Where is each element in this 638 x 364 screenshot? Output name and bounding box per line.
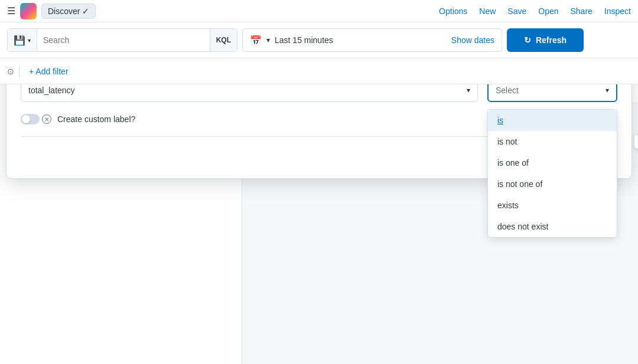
operator-chevron-icon: ▾ <box>606 86 609 94</box>
search-row: 💾 ▾ KQL 📅 ▾ Last 15 minutes Show dates ↻… <box>0 22 638 58</box>
operator-select-placeholder: Select <box>496 86 606 95</box>
discover-label: Discover <box>48 6 80 16</box>
hamburger-icon[interactable]: ☰ <box>7 5 15 17</box>
inspect-link[interactable]: Inspect <box>604 6 631 16</box>
time-range-text: Last 15 minutes <box>275 35 447 45</box>
operator-option-is-one-of-label: is one of <box>497 158 529 168</box>
save-link[interactable]: Save <box>507 6 526 16</box>
operator-option-is-not-one-of[interactable]: is not one of <box>488 173 617 195</box>
toggle-container: ✕ <box>21 114 51 124</box>
refresh-label: Refresh <box>536 35 567 45</box>
save-icon: 💾 <box>14 35 25 46</box>
operator-option-is-not-label: is not <box>497 137 517 146</box>
operator-option-exists-label: exists <box>497 201 519 210</box>
operator-section: Operator Select ▾ is is not is <box>487 84 617 102</box>
filter-row: ⊙ + Add filter <box>0 58 638 84</box>
field-select-chevron-icon: ▾ <box>467 86 470 94</box>
custom-label-toggle[interactable] <box>21 114 40 124</box>
toggle-close-icon[interactable]: ✕ <box>42 114 51 124</box>
refresh-icon: ↻ <box>524 35 531 45</box>
operator-option-is[interactable]: is <box>488 110 617 131</box>
operator-option-does-not-exist[interactable]: does not exist <box>488 216 617 237</box>
modal-body: Field total_latency ▾ ✕ Create c <box>21 84 617 124</box>
main-area: t @timestamp t agent.ephemeral_id t agen… <box>0 84 638 364</box>
time-picker-chevron-icon: ▾ <box>266 36 270 44</box>
top-nav: ☰ Discover ✓ Options New Save Open Share… <box>0 0 638 22</box>
add-filter-button[interactable]: + Add filter <box>24 64 73 78</box>
operator-option-is-not-one-of-label: is not one of <box>497 179 542 189</box>
refresh-button[interactable]: ↻ Refresh <box>507 28 584 52</box>
search-input[interactable] <box>37 35 210 45</box>
operator-option-exists[interactable]: exists <box>488 195 617 216</box>
open-link[interactable]: Open <box>538 6 558 16</box>
nav-links: Options New Save Open Share Inspect <box>439 6 631 16</box>
edit-filter-modal: Edit filter Edit as Query DSL Field tota… <box>6 84 632 179</box>
field-select[interactable]: total_latency ▾ <box>21 84 478 102</box>
search-save-button[interactable]: 💾 ▾ <box>8 29 37 51</box>
field-section: Field total_latency ▾ ✕ Create c <box>21 84 478 124</box>
search-box: 💾 ▾ KQL <box>7 28 237 52</box>
operator-option-is-not[interactable]: is not is <box>488 131 617 152</box>
filter-icon[interactable]: ⊙ <box>7 67 14 76</box>
operator-select[interactable]: Select ▾ <box>487 84 617 102</box>
discover-button[interactable]: Discover ✓ <box>41 4 96 19</box>
new-link[interactable]: New <box>479 6 496 16</box>
field-select-value: total_latency <box>28 86 467 95</box>
filter-divider <box>19 65 19 77</box>
share-link[interactable]: Share <box>571 6 593 16</box>
custom-label-text: Create custom label? <box>57 114 135 124</box>
save-chevron-icon: ▾ <box>28 37 31 44</box>
custom-label-row: ✕ Create custom label? <box>21 114 478 124</box>
operator-tooltip: is <box>634 135 638 149</box>
app-logo <box>20 3 37 19</box>
operator-dropdown: is is not is is one of is not one of <box>487 109 617 238</box>
operator-option-is-one-of[interactable]: is one of <box>488 152 617 173</box>
show-dates-link[interactable]: Show dates <box>451 35 494 45</box>
operator-option-does-not-exist-label: does not exist <box>497 222 548 231</box>
calendar-icon: 📅 <box>250 35 262 46</box>
discover-chevron-icon: ✓ <box>82 6 89 16</box>
time-picker[interactable]: 📅 ▾ Last 15 minutes Show dates <box>242 28 502 52</box>
operator-option-is-label: is <box>497 116 503 125</box>
toggle-knob <box>22 115 30 123</box>
options-link[interactable]: Options <box>439 6 467 16</box>
kql-badge[interactable]: KQL <box>210 29 237 51</box>
